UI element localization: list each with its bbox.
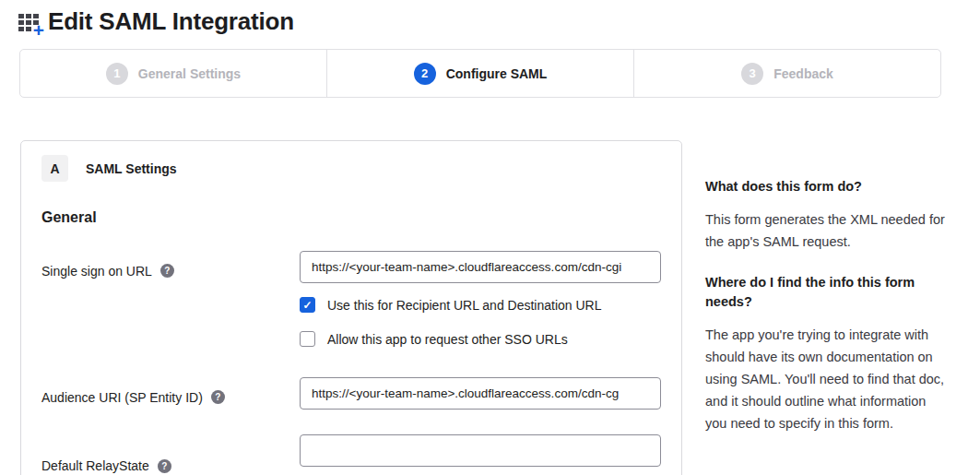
group-title-general: General [41, 209, 661, 226]
wizard-step-configure-saml[interactable]: 2 Configure SAML [326, 50, 633, 97]
relay-state-label: Default RelayState [41, 458, 149, 473]
saml-settings-card: A SAML Settings General Single sign on U… [20, 140, 682, 475]
recipient-checkbox[interactable] [300, 297, 315, 313]
sso-url-row: Single sign on URL [41, 251, 661, 283]
sidebar-body-what: This form generates the XML needed for t… [705, 208, 947, 253]
help-sidebar: What does this form do? This form genera… [705, 140, 947, 455]
content-area: A SAML Settings General Single sign on U… [20, 140, 980, 475]
other-sso-checkbox-row: Allow this app to request other SSO URLs [41, 331, 661, 347]
relay-state-help-icon[interactable] [158, 459, 171, 473]
audience-uri-control [300, 377, 661, 410]
card-header: A SAML Settings [41, 155, 661, 182]
section-title: SAML Settings [86, 161, 177, 176]
add-app-icon: + [18, 10, 43, 34]
audience-uri-label: Audience URI (SP Entity ID) [41, 390, 203, 405]
sso-url-input[interactable] [300, 251, 661, 283]
step-1-badge: 1 [106, 63, 128, 85]
step-3-label: Feedback [773, 66, 833, 81]
other-sso-checkbox-label[interactable]: Allow this app to request other SSO URLs [327, 332, 568, 347]
recipient-checkbox-line[interactable]: Use this for Recipient URL and Destinati… [300, 297, 661, 313]
other-sso-checkbox-line[interactable]: Allow this app to request other SSO URLs [300, 331, 661, 347]
relay-state-row: Default RelayState If no value is set, a… [41, 434, 661, 475]
step-2-badge: 2 [414, 63, 436, 85]
sidebar-body-where: The app you're trying to integrate with … [705, 324, 947, 434]
wizard-steps: 1 General Settings 2 Configure SAML 3 Fe… [19, 49, 941, 98]
sso-url-control [300, 251, 661, 283]
audience-uri-help-icon[interactable] [211, 390, 225, 404]
plus-icon: + [33, 20, 44, 40]
recipient-checkbox-label[interactable]: Use this for Recipient URL and Destinati… [327, 298, 602, 313]
audience-uri-input[interactable] [300, 377, 661, 410]
step-2-label: Configure SAML [446, 66, 548, 81]
sso-url-label: Single sign on URL [41, 264, 152, 279]
sso-url-label-cell: Single sign on URL [41, 251, 300, 283]
relay-state-label-cell: Default RelayState [41, 434, 300, 475]
section-letter-badge: A [41, 155, 68, 182]
wizard-step-feedback[interactable]: 3 Feedback [633, 50, 940, 97]
sidebar-heading-what: What does this form do? [705, 177, 947, 196]
wizard-step-general-settings[interactable]: 1 General Settings [20, 50, 326, 97]
sidebar-heading-where: Where do I find the info this form needs… [705, 273, 947, 312]
audience-uri-row: Audience URI (SP Entity ID) [41, 377, 661, 410]
other-sso-checkbox[interactable] [300, 331, 315, 347]
audience-uri-label-cell: Audience URI (SP Entity ID) [41, 377, 300, 410]
step-1-label: General Settings [138, 66, 241, 81]
relay-state-input[interactable] [300, 434, 661, 467]
page-header: + Edit SAML Integration [0, 0, 980, 36]
step-3-badge: 3 [741, 63, 763, 85]
page-title: Edit SAML Integration [48, 7, 294, 36]
sso-url-help-icon[interactable] [160, 264, 174, 278]
relay-state-control: If no value is set, a blank RelayState i… [300, 434, 661, 475]
recipient-checkbox-row: Use this for Recipient URL and Destinati… [41, 297, 661, 313]
